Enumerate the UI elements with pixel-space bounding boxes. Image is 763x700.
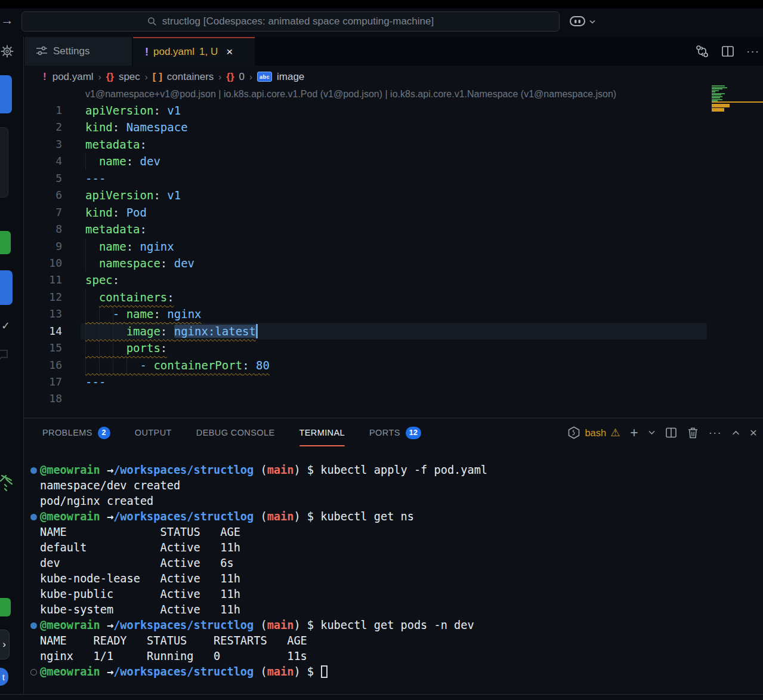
line-number[interactable]: 4	[24, 153, 62, 169]
line-number[interactable]: 2	[24, 119, 62, 135]
split-terminal-icon[interactable]	[665, 427, 677, 439]
shell-selector[interactable]: bash ⚠	[567, 426, 620, 439]
cropped-chevron-button[interactable]: ›	[0, 630, 10, 659]
line-number[interactable]: 5	[24, 170, 62, 187]
breadcrumb-containers[interactable]: containers	[167, 71, 214, 83]
close-panel-icon[interactable]: ×	[750, 425, 757, 440]
code-line-17[interactable]: 17---	[24, 374, 763, 390]
terminal-output-text: kube-public Active 11h	[40, 588, 240, 600]
tab-problems[interactable]: PROBLEMS 2	[42, 418, 110, 447]
line-number[interactable]: 10	[24, 255, 62, 272]
breadcrumb-item-0[interactable]: 0	[239, 71, 245, 83]
yaml-schema-hint[interactable]: v1@namespace+v1@pod.json | io.k8s.api.co…	[85, 89, 616, 100]
breadcrumb-image[interactable]: image	[277, 71, 304, 83]
terminal-cursor[interactable]	[321, 665, 328, 678]
code-line-4[interactable]: 4 name: dev	[24, 153, 763, 169]
breadcrumb-file[interactable]: pod.yaml	[52, 71, 94, 83]
cropped-blue-button[interactable]	[0, 75, 12, 113]
command-pending-decoration[interactable]	[30, 669, 37, 676]
copilot-icon	[569, 14, 586, 29]
command-executed-decoration[interactable]	[30, 622, 37, 629]
terminal-prompt-line: @meowrain →/workspaces/structlog (main) …	[24, 618, 763, 633]
terminal-output-text: dev Active 6s	[40, 557, 234, 569]
tab-close-icon[interactable]: ×	[226, 45, 233, 58]
prompt-user: @meowrain	[40, 619, 100, 631]
more-actions-icon[interactable]: ···	[746, 45, 759, 58]
copilot-menu[interactable]	[569, 11, 595, 32]
line-number[interactable]: 13	[24, 306, 62, 322]
tab-debug-console[interactable]: DEBUG CONSOLE	[196, 418, 275, 447]
new-terminal-icon[interactable]: +	[630, 425, 638, 441]
code-line-10[interactable]: 10 namespace: dev	[24, 255, 763, 272]
code-line-16[interactable]: 16 - containerPort: 80	[24, 357, 763, 374]
split-editor-icon[interactable]	[721, 45, 734, 58]
code-line-18[interactable]: 18	[24, 390, 763, 407]
command-executed-decoration[interactable]	[30, 514, 37, 520]
command-executed-decoration[interactable]	[30, 467, 37, 474]
code-line-2[interactable]: 2kind: Namespace	[24, 119, 763, 135]
code-line-3[interactable]: 3metadata:	[24, 136, 763, 153]
code-line-7[interactable]: 7kind: Pod	[24, 204, 763, 221]
maximize-panel-icon[interactable]	[732, 430, 740, 436]
breadcrumb-separator: ›	[249, 72, 252, 82]
code-line-11[interactable]: 11spec:	[24, 272, 763, 288]
code-line-6[interactable]: 6apiVersion: v1	[24, 187, 763, 203]
terminal-output-text: pod/nginx created	[40, 495, 153, 507]
terminal-dropdown-icon[interactable]	[648, 430, 655, 435]
cropped-blue-pill[interactable]: t	[0, 668, 8, 686]
tab-settings[interactable]: Settings	[24, 37, 132, 66]
breadcrumb-separator: ›	[145, 72, 148, 82]
tab-output[interactable]: OUTPUT	[135, 418, 172, 447]
cropped-green-button-2[interactable]	[0, 598, 11, 616]
line-number[interactable]: 8	[24, 221, 62, 238]
line-number[interactable]: 17	[24, 374, 62, 390]
terminal-output-text: kube-system Active 11h	[40, 603, 240, 616]
git-compare-icon[interactable]	[695, 44, 709, 58]
string-symbol-icon: abc	[257, 72, 272, 82]
minimap[interactable]	[712, 85, 763, 151]
cropped-panel-fragment	[0, 127, 8, 198]
terminal-command: kubectl get ns	[320, 510, 414, 523]
tab-pod-yaml[interactable]: ! pod.yaml 1, U ×	[133, 37, 255, 66]
line-number[interactable]: 11	[24, 272, 62, 288]
cropped-blue-button-2[interactable]	[0, 270, 13, 305]
command-center-search[interactable]: structlog [Codespaces: animated space co…	[21, 11, 560, 32]
editor-actions: ···	[695, 37, 759, 66]
forward-arrow-icon[interactable]: →	[1, 13, 14, 28]
panel-more-actions-icon[interactable]: ···	[709, 426, 722, 439]
code-editor[interactable]: 1apiVersion: v12kind: Namespace3metadata…	[24, 102, 763, 408]
code-line-15[interactable]: 15 ports:	[24, 340, 763, 356]
breadcrumb-spec[interactable]: spec	[119, 71, 140, 83]
tab-debug-console-label: DEBUG CONSOLE	[196, 428, 275, 437]
prompt-arrow: →	[100, 665, 113, 678]
code-line-14[interactable]: 14 image: nginx:latest	[24, 323, 763, 340]
terminal-text: ) $	[294, 665, 320, 678]
tab-ports[interactable]: PORTS 12	[369, 418, 421, 447]
tab-warning-badge: !	[145, 46, 149, 58]
code-line-1[interactable]: 1apiVersion: v1	[24, 102, 763, 119]
line-number[interactable]: 1	[24, 102, 62, 119]
code-line-5[interactable]: 5---	[24, 170, 763, 187]
line-number[interactable]: 9	[24, 238, 62, 255]
code-line-13[interactable]: 13 - name: nginx	[24, 306, 763, 322]
kill-terminal-trash-icon[interactable]	[687, 427, 699, 439]
code-line-9[interactable]: 9 name: nginx	[24, 238, 763, 255]
line-number[interactable]: 3	[24, 136, 62, 153]
terminal-text: (	[254, 510, 267, 523]
tab-ports-label: PORTS	[369, 428, 400, 437]
line-number[interactable]: 14	[24, 323, 62, 340]
line-number[interactable]: 7	[24, 204, 62, 221]
line-number[interactable]: 18	[24, 390, 62, 407]
code-line-12[interactable]: 12 containers:	[24, 289, 763, 306]
line-number[interactable]: 12	[24, 289, 62, 306]
gear-icon[interactable]	[1, 45, 14, 58]
terminal-output-line: NAME STATUS AGE	[24, 525, 763, 540]
line-number[interactable]: 6	[24, 187, 62, 203]
cropped-green-button[interactable]	[0, 231, 11, 254]
line-number[interactable]: 15	[24, 340, 62, 356]
code-line-8[interactable]: 8metadata:	[24, 221, 763, 238]
tab-output-label: OUTPUT	[135, 428, 172, 437]
line-number[interactable]: 16	[24, 357, 62, 374]
terminal-output[interactable]: @meowrain →/workspaces/structlog (main) …	[24, 462, 763, 680]
tab-terminal[interactable]: TERMINAL	[299, 418, 345, 447]
